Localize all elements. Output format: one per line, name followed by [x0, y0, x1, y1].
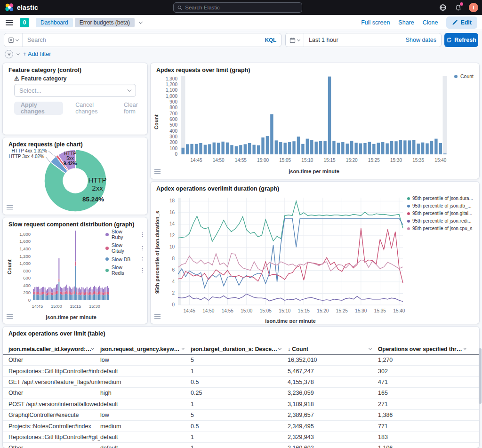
scrollbar-thumb[interactable]	[479, 348, 482, 404]
pie-chart[interactable]: HTTP 4xx 1.32%HTTP 3xx 4.02%HTTP5xx9.42%…	[3, 148, 147, 214]
saved-query-menu[interactable]	[4, 33, 23, 47]
table-row[interactable]: Otherdefault12,160,6021,106	[3, 443, 479, 448]
deployment-icon[interactable]	[439, 3, 447, 12]
scrollbar-track[interactable]	[478, 30, 482, 448]
user-avatar[interactable]: I	[469, 3, 478, 12]
chevron-down-icon	[297, 38, 300, 41]
edit-button[interactable]: Edit	[446, 16, 477, 29]
space-badge[interactable]: 0	[20, 18, 29, 27]
svg-text:800: 800	[169, 105, 177, 110]
cancel-changes-button[interactable]: Cancel changes	[75, 102, 112, 115]
svg-text:15:20: 15:20	[317, 308, 329, 313]
legend-item[interactable]: Slow DB⋮	[105, 256, 145, 262]
table-cell: 1,106	[378, 443, 473, 448]
svg-text:2xx: 2xx	[92, 184, 103, 192]
full-screen-button[interactable]: Full screen	[361, 19, 390, 26]
legend-toggle-icon[interactable]	[7, 203, 13, 212]
column-header[interactable]: ↓ Count	[288, 344, 378, 354]
column-header[interactable]: json.request_urgency.keyword: Des...	[100, 344, 191, 354]
bar-chart[interactable]: 01002003004005006007008009001,0001,1001,…	[153, 73, 477, 176]
table-cell: Other	[8, 355, 100, 365]
breadcrumb-current: Error budgets (beta)	[75, 18, 135, 27]
svg-text:1,200: 1,200	[19, 254, 31, 259]
svg-text:15:40: 15:40	[434, 158, 446, 163]
chevron-down-icon[interactable]	[16, 52, 20, 55]
table-body: Otherlow516,352,0101,270Repositories::Gi…	[3, 355, 479, 448]
stacked-bar-chart[interactable]: 02004006008001,0001,2001,4001,6001,80014…	[11, 228, 114, 322]
svg-text:15:30: 15:30	[89, 304, 100, 309]
table-row[interactable]: Otherhigh0.253,236,059165	[3, 388, 479, 399]
global-search[interactable]	[173, 2, 302, 13]
calendar-menu[interactable]	[286, 33, 304, 47]
table-row[interactable]: GraphqlController#executelow52,389,6571,…	[3, 410, 479, 421]
chevron-down-icon[interactable]	[139, 20, 143, 24]
table-row[interactable]: Otherlow516,352,0101,270	[3, 355, 479, 366]
show-dates-button[interactable]: Show dates	[406, 37, 441, 43]
table-cell: 0.5	[191, 421, 288, 431]
global-search-input[interactable]	[185, 5, 298, 10]
table-row[interactable]: GET /api/:version/feature_flags/unleash.…	[3, 377, 479, 388]
breadcrumb-dashboard[interactable]: Dashboard	[36, 18, 73, 27]
table-row[interactable]: POST /api/:version/internal/alloweddefau…	[3, 399, 479, 410]
column-header[interactable]: json.target_duration_s: Descending	[191, 344, 288, 354]
panel-feature-category-control: Feature category (control) ⚠ Feature cat…	[3, 63, 147, 135]
svg-text:15:25: 15:25	[368, 158, 380, 163]
chevron-down-icon[interactable]	[278, 347, 281, 350]
refresh-button[interactable]: Refresh	[444, 33, 478, 47]
notifications-bell-icon[interactable]	[454, 3, 462, 12]
svg-text:HTTP 4xx 1.32%: HTTP 4xx 1.32%	[12, 148, 48, 153]
elastic-logo[interactable]: elastic	[0, 3, 38, 12]
legend-item[interactable]: Slow Gitaly⋮	[105, 242, 145, 254]
svg-text:5xx: 5xx	[66, 156, 74, 161]
legend-item[interactable]: 95th percentile of json.gital...	[407, 211, 478, 216]
svg-text:800: 800	[23, 268, 31, 273]
legend-item[interactable]: Slow Ruby⋮	[105, 229, 145, 240]
panel-title: Apdex requests over limit (graph)	[151, 63, 479, 73]
legend-toggle-icon[interactable]	[154, 168, 161, 176]
refresh-icon	[446, 37, 452, 43]
date-picker[interactable]: Last 1 hour Show dates	[285, 33, 442, 47]
add-filter-button[interactable]: + Add filter	[23, 51, 51, 57]
kebab-menu-icon[interactable]: ⋮	[135, 245, 145, 251]
svg-text:18: 18	[169, 198, 175, 203]
svg-text:0: 0	[172, 302, 175, 307]
kebab-menu-icon[interactable]: ⋮	[135, 232, 145, 238]
filter-icon[interactable]	[5, 50, 13, 58]
table-cell: 5	[191, 355, 288, 365]
clear-form-button[interactable]: Clear form	[124, 102, 147, 115]
clone-button[interactable]: Clone	[423, 19, 438, 26]
table-row[interactable]: Projects::NotesController#indexmedium0.5…	[3, 421, 479, 432]
table-cell: 183	[378, 432, 473, 442]
legend-item[interactable]: 95th percentile of json.db_...	[407, 203, 478, 208]
svg-text:600: 600	[169, 117, 177, 122]
legend-toggle-icon[interactable]	[154, 312, 161, 321]
kql-label[interactable]: KQL	[260, 37, 281, 43]
panel-title: Feature category (control)	[3, 63, 147, 73]
time-range-value[interactable]: Last 1 hour	[304, 37, 406, 43]
share-button[interactable]: Share	[398, 19, 414, 26]
svg-text:15:00: 15:00	[257, 158, 269, 163]
panel-apdex-requests-pie: Apdex requests (pie chart) HTTP 4xx 1.32…	[3, 137, 147, 215]
kebab-menu-icon[interactable]: ⋮	[135, 256, 145, 262]
legend-item[interactable]: 95th percentile of json.dura...	[407, 196, 478, 201]
legend-item[interactable]: 95th percentile of json.cpu_s	[407, 226, 478, 231]
legend-toggle-icon[interactable]	[7, 312, 13, 321]
query-input[interactable]	[23, 37, 260, 43]
column-header[interactable]: json.meta.caller_id.keyword: Desce...	[8, 344, 100, 354]
apply-changes-button[interactable]: Apply changes	[14, 102, 63, 115]
legend-item[interactable]: 95th percentile of json.redi...	[407, 218, 478, 224]
svg-text:1,000: 1,000	[166, 94, 177, 99]
svg-text:1,600: 1,600	[19, 239, 31, 244]
line-chart[interactable]: 02468101214161814:4514:5014:5515:0015:05…	[161, 193, 425, 323]
table-row[interactable]: Repositories::GitHttpController#git_upl.…	[3, 432, 479, 443]
legend-item[interactable]: Slow Redis⋮	[105, 264, 145, 276]
kql-search-bar[interactable]: KQL	[4, 33, 281, 47]
kebab-menu-icon[interactable]: ⋮	[135, 267, 145, 273]
column-header[interactable]: Operations over specified threshold...	[378, 344, 473, 354]
chevron-down-icon[interactable]	[369, 347, 372, 350]
feature-category-select[interactable]: Select...	[14, 84, 136, 97]
table-row[interactable]: Repositories::GitHttpController#info_ref…	[3, 366, 479, 376]
menu-icon[interactable]	[6, 20, 13, 25]
legend-item[interactable]: Count	[454, 73, 474, 79]
table-cell: 1	[191, 443, 288, 448]
